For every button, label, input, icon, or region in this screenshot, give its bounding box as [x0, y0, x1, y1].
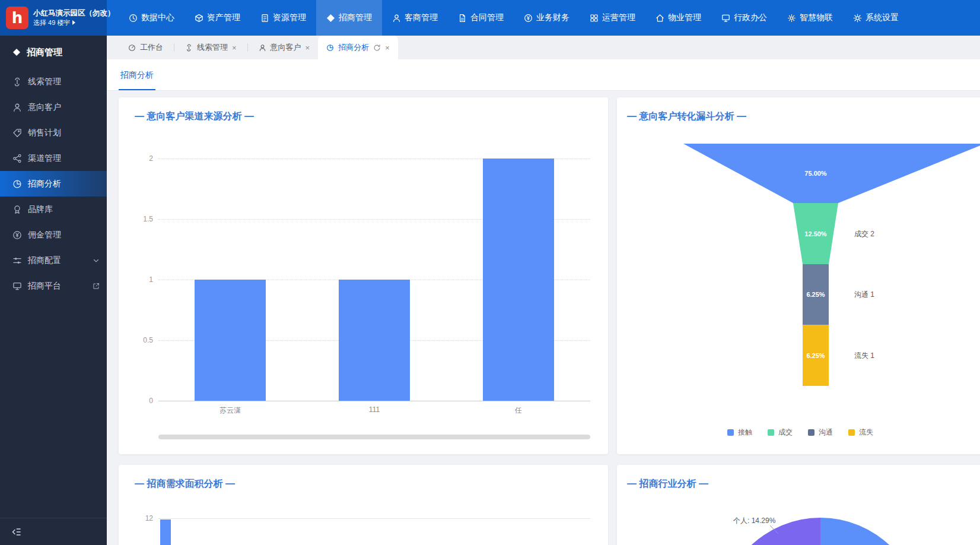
- sidebar-footer: [0, 518, 107, 545]
- grid-icon: [590, 14, 599, 23]
- pie-icon: [326, 44, 334, 52]
- sidebar-item-招商配置[interactable]: 招商配置: [0, 248, 107, 273]
- bar-苏云潇: [195, 280, 266, 401]
- bar-partial: [160, 519, 171, 545]
- funnel-percent-label: 6.25%: [806, 291, 825, 298]
- sidebar-item-招商分析[interactable]: 招商分析: [0, 171, 107, 197]
- legend-item-成交[interactable]: 成交: [768, 427, 793, 438]
- x-axis-category-label: 111: [303, 405, 447, 414]
- y-axis-tick-label: 0.5: [128, 336, 153, 344]
- open-tabs-bar: 工作台线索管理×意向客户×招商分析×: [107, 36, 980, 59]
- chart-horizontal-scrollbar[interactable]: [158, 435, 590, 439]
- caret-right-icon: [72, 20, 75, 25]
- chart-title: — 招商需求面积分析 —: [135, 478, 235, 490]
- funnel-side-label: 成交 2: [854, 229, 874, 239]
- external-link-icon: [93, 283, 100, 290]
- user-icon: [12, 103, 22, 112]
- sidebar-item-销售计划[interactable]: 销售计划: [0, 120, 107, 145]
- tab-label: 招商分析: [338, 42, 369, 53]
- sidebar-item-label: 意向客户: [28, 102, 100, 113]
- nav-item-客商管理[interactable]: 客商管理: [382, 0, 448, 36]
- pie-icon: [12, 179, 22, 189]
- sidebar-item-佣金管理[interactable]: 佣金管理: [0, 222, 107, 248]
- sidebar-menu: 线索管理意向客户销售计划渠道管理招商分析品牌库佣金管理招商配置招商平台: [0, 69, 107, 299]
- gear-icon: [853, 14, 862, 23]
- medal-icon: [12, 205, 22, 214]
- doc-icon: [260, 14, 269, 23]
- legend-label: 沟通: [819, 427, 833, 438]
- sidebar: 招商管理 线索管理意向客户销售计划渠道管理招商分析品牌库佣金管理招商配置招商平台: [0, 36, 107, 545]
- close-tab-icon[interactable]: ×: [385, 44, 390, 52]
- gridline-12: [158, 518, 590, 519]
- monitor-icon: [721, 14, 730, 23]
- nav-item-资源管理[interactable]: 资源管理: [250, 0, 316, 36]
- refresh-icon[interactable]: [373, 44, 381, 52]
- x-axis-category-label: 苏云潇: [158, 405, 303, 416]
- share-icon: [12, 154, 22, 163]
- tab-意向客户[interactable]: 意向客户×: [250, 36, 319, 59]
- nav-item-智慧物联[interactable]: 智慧物联: [777, 0, 843, 36]
- legend-swatch: [768, 429, 774, 436]
- legend-label: 流失: [859, 427, 873, 438]
- clock-icon: [129, 14, 138, 23]
- tab-线索管理[interactable]: 线索管理×: [177, 36, 245, 59]
- sidebar-item-招商平台[interactable]: 招商平台: [0, 273, 107, 299]
- sidebar-item-意向客户[interactable]: 意向客户: [0, 94, 107, 120]
- building-selector[interactable]: 选择 49 楼宇: [33, 18, 115, 27]
- pie-slice: [820, 518, 921, 545]
- main-nav-menu: 数据中心资产管理资源管理招商管理客商管理合同管理业务财务运营管理物业管理行政办公…: [119, 0, 909, 36]
- tab-工作台[interactable]: 工作台: [120, 36, 171, 59]
- tab-label: 工作台: [140, 42, 163, 53]
- sidebar-item-渠道管理[interactable]: 渠道管理: [0, 145, 107, 171]
- y-axis-tick-label: 12: [128, 514, 153, 522]
- nav-item-label: 运营管理: [602, 12, 635, 23]
- nav-item-资产管理[interactable]: 资产管理: [184, 0, 250, 36]
- nav-item-合同管理[interactable]: 合同管理: [448, 0, 514, 36]
- file-icon: [458, 14, 467, 23]
- legend-swatch: [848, 429, 855, 436]
- y-axis-tick-label: 1: [128, 275, 153, 284]
- link-icon: [12, 77, 22, 87]
- nav-item-物业管理[interactable]: 物业管理: [645, 0, 711, 36]
- dash-icon: [128, 44, 136, 52]
- org-name: 小红马演示园区（勿改）: [33, 8, 115, 18]
- nav-item-label: 行政办公: [734, 12, 767, 23]
- legend-swatch: [808, 429, 814, 436]
- sidebar-item-label: 销售计划: [28, 128, 100, 138]
- pie-slice-label: 个人: 14.29%: [733, 516, 775, 526]
- nav-item-行政办公[interactable]: 行政办公: [711, 0, 777, 36]
- sidebar-item-label: 招商配置: [28, 255, 87, 266]
- nav-item-业务财务[interactable]: 业务财务: [514, 0, 580, 36]
- screen-icon: [12, 281, 22, 291]
- tab-招商分析[interactable]: 招商分析×: [318, 36, 398, 59]
- nav-item-label: 资源管理: [273, 12, 306, 23]
- nav-item-招商管理[interactable]: 招商管理: [316, 0, 382, 36]
- collapse-sidebar-icon[interactable]: [11, 527, 21, 537]
- close-tab-icon[interactable]: ×: [232, 44, 237, 52]
- tag-icon: [12, 128, 22, 138]
- subtab-analysis[interactable]: 招商分析: [120, 59, 154, 90]
- sidebar-item-label: 品牌库: [28, 204, 100, 215]
- sidebar-item-线索管理[interactable]: 线索管理: [0, 69, 107, 94]
- funnel-percent-label: 12.50%: [804, 230, 826, 237]
- app-logo[interactable]: h: [6, 7, 28, 29]
- sidebar-item-label: 招商分析: [28, 179, 100, 189]
- top-navbar: h 小红马演示园区（勿改） 选择 49 楼宇 数据中心资产管理资源管理招商管理客…: [0, 0, 980, 36]
- close-tab-icon[interactable]: ×: [306, 44, 310, 52]
- card-channel-source-analysis: — 意向客户渠道来源分析 — 00.511.52苏云潇111任: [119, 97, 608, 454]
- page-subtabs: 招商分析: [107, 59, 980, 91]
- nav-item-label: 智慧物联: [800, 12, 833, 23]
- sidebar-module-title: 招商管理: [0, 39, 107, 65]
- sidebar-item-品牌库[interactable]: 品牌库: [0, 197, 107, 222]
- legend-item-流失[interactable]: 流失: [848, 427, 873, 438]
- legend-item-接触[interactable]: 接触: [727, 427, 752, 438]
- link-icon: [185, 44, 193, 52]
- y-axis-tick-label: 2: [128, 154, 153, 163]
- legend-label: 接触: [738, 427, 752, 438]
- nav-item-运营管理[interactable]: 运营管理: [580, 0, 645, 36]
- nav-item-数据中心[interactable]: 数据中心: [119, 0, 184, 36]
- tab-label: 意向客户: [271, 42, 301, 53]
- sidebar-item-label: 线索管理: [28, 77, 100, 87]
- nav-item-系统设置[interactable]: 系统设置: [843, 0, 909, 36]
- legend-item-沟通[interactable]: 沟通: [808, 427, 833, 438]
